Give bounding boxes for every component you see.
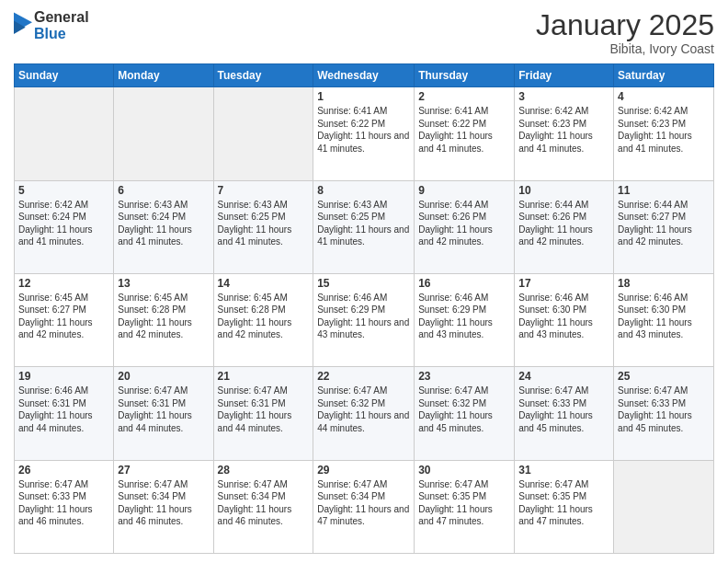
calendar-cell: 17Sunrise: 6:46 AM Sunset: 6:30 PM Dayli…: [515, 273, 614, 366]
logo-general-text: General: [34, 9, 89, 26]
calendar-cell: 6Sunrise: 6:43 AM Sunset: 6:24 PM Daylig…: [114, 180, 213, 273]
calendar-cell: 4Sunrise: 6:42 AM Sunset: 6:23 PM Daylig…: [614, 87, 714, 180]
day-info: Sunrise: 6:44 AM Sunset: 6:27 PM Dayligh…: [618, 199, 710, 248]
day-info: Sunrise: 6:46 AM Sunset: 6:30 PM Dayligh…: [518, 292, 609, 341]
calendar-week-row: 12Sunrise: 6:45 AM Sunset: 6:27 PM Dayli…: [15, 273, 714, 366]
day-number: 1: [317, 90, 410, 103]
day-info: Sunrise: 6:44 AM Sunset: 6:26 PM Dayligh…: [518, 199, 609, 248]
day-info: Sunrise: 6:41 AM Sunset: 6:22 PM Dayligh…: [418, 105, 510, 155]
weekday-header-thursday: Thursday: [415, 64, 515, 87]
calendar-cell: 22Sunrise: 6:47 AM Sunset: 6:32 PM Dayli…: [313, 367, 415, 460]
calendar-week-row: 5Sunrise: 6:42 AM Sunset: 6:24 PM Daylig…: [15, 180, 714, 273]
day-number: 19: [18, 370, 109, 383]
day-info: Sunrise: 6:44 AM Sunset: 6:26 PM Dayligh…: [418, 199, 510, 248]
day-number: 26: [18, 464, 109, 477]
day-number: 29: [317, 464, 410, 477]
calendar-cell: 7Sunrise: 6:43 AM Sunset: 6:25 PM Daylig…: [213, 180, 313, 273]
day-number: 16: [418, 277, 510, 290]
day-info: Sunrise: 6:47 AM Sunset: 6:33 PM Dayligh…: [518, 385, 609, 434]
day-number: 4: [618, 90, 710, 103]
logo-text: General Blue: [34, 9, 89, 41]
calendar-cell: 23Sunrise: 6:47 AM Sunset: 6:32 PM Dayli…: [415, 367, 515, 460]
calendar-header: SundayMondayTuesdayWednesdayThursdayFrid…: [15, 64, 714, 87]
day-info: Sunrise: 6:41 AM Sunset: 6:22 PM Dayligh…: [317, 105, 410, 155]
day-number: 11: [618, 184, 710, 197]
logo: General Blue: [14, 9, 89, 41]
calendar-cell: 29Sunrise: 6:47 AM Sunset: 6:34 PM Dayli…: [313, 460, 415, 553]
calendar-cell: 24Sunrise: 6:47 AM Sunset: 6:33 PM Dayli…: [515, 367, 614, 460]
day-info: Sunrise: 6:45 AM Sunset: 6:28 PM Dayligh…: [218, 292, 310, 341]
page: General Blue January 2025 Bibita, Ivory …: [0, 0, 728, 563]
day-info: Sunrise: 6:43 AM Sunset: 6:25 PM Dayligh…: [317, 199, 410, 248]
weekday-header-row: SundayMondayTuesdayWednesdayThursdayFrid…: [15, 64, 714, 87]
calendar-cell: 10Sunrise: 6:44 AM Sunset: 6:26 PM Dayli…: [515, 180, 614, 273]
logo-icon: [14, 12, 32, 40]
day-number: 18: [618, 277, 710, 290]
day-info: Sunrise: 6:47 AM Sunset: 6:34 PM Dayligh…: [317, 478, 410, 528]
calendar-cell: 5Sunrise: 6:42 AM Sunset: 6:24 PM Daylig…: [15, 180, 114, 273]
day-info: Sunrise: 6:47 AM Sunset: 6:31 PM Dayligh…: [118, 385, 209, 434]
day-number: 9: [418, 184, 510, 197]
day-info: Sunrise: 6:42 AM Sunset: 6:24 PM Dayligh…: [18, 199, 109, 248]
calendar-cell: 9Sunrise: 6:44 AM Sunset: 6:26 PM Daylig…: [415, 180, 515, 273]
day-number: 13: [118, 277, 209, 290]
calendar-cell: 18Sunrise: 6:46 AM Sunset: 6:30 PM Dayli…: [614, 273, 714, 366]
day-number: 31: [518, 464, 609, 477]
weekday-header-friday: Friday: [515, 64, 614, 87]
calendar-cell: 12Sunrise: 6:45 AM Sunset: 6:27 PM Dayli…: [15, 273, 114, 366]
day-number: 25: [618, 370, 710, 383]
title-block: January 2025 Bibita, Ivory Coast: [536, 9, 714, 56]
calendar-cell: [114, 87, 213, 180]
day-info: Sunrise: 6:47 AM Sunset: 6:35 PM Dayligh…: [518, 478, 609, 528]
day-number: 17: [518, 277, 609, 290]
day-info: Sunrise: 6:45 AM Sunset: 6:28 PM Dayligh…: [118, 292, 209, 341]
calendar-cell: 8Sunrise: 6:43 AM Sunset: 6:25 PM Daylig…: [313, 180, 415, 273]
calendar-cell: [213, 87, 313, 180]
day-info: Sunrise: 6:46 AM Sunset: 6:29 PM Dayligh…: [317, 292, 410, 341]
logo-blue-text: Blue: [34, 26, 89, 42]
calendar-cell: 28Sunrise: 6:47 AM Sunset: 6:34 PM Dayli…: [213, 460, 313, 553]
calendar-week-row: 19Sunrise: 6:46 AM Sunset: 6:31 PM Dayli…: [15, 367, 714, 460]
day-info: Sunrise: 6:47 AM Sunset: 6:32 PM Dayligh…: [418, 385, 510, 434]
calendar-cell: 16Sunrise: 6:46 AM Sunset: 6:29 PM Dayli…: [415, 273, 515, 366]
day-number: 2: [418, 90, 510, 103]
calendar-cell: 26Sunrise: 6:47 AM Sunset: 6:33 PM Dayli…: [15, 460, 114, 553]
weekday-header-tuesday: Tuesday: [213, 64, 313, 87]
day-info: Sunrise: 6:47 AM Sunset: 6:34 PM Dayligh…: [218, 478, 310, 528]
calendar-cell: 31Sunrise: 6:47 AM Sunset: 6:35 PM Dayli…: [515, 460, 614, 553]
calendar-cell: 3Sunrise: 6:42 AM Sunset: 6:23 PM Daylig…: [515, 87, 614, 180]
day-info: Sunrise: 6:46 AM Sunset: 6:31 PM Dayligh…: [18, 385, 109, 434]
day-info: Sunrise: 6:43 AM Sunset: 6:24 PM Dayligh…: [118, 199, 209, 248]
day-info: Sunrise: 6:46 AM Sunset: 6:29 PM Dayligh…: [418, 292, 510, 341]
calendar-cell: [614, 460, 714, 553]
calendar-cell: [15, 87, 114, 180]
day-info: Sunrise: 6:47 AM Sunset: 6:33 PM Dayligh…: [18, 478, 109, 528]
calendar-cell: 2Sunrise: 6:41 AM Sunset: 6:22 PM Daylig…: [415, 87, 515, 180]
location-subtitle: Bibita, Ivory Coast: [536, 41, 714, 56]
calendar-cell: 25Sunrise: 6:47 AM Sunset: 6:33 PM Dayli…: [614, 367, 714, 460]
weekday-header-wednesday: Wednesday: [313, 64, 415, 87]
day-number: 23: [418, 370, 510, 383]
weekday-header-monday: Monday: [114, 64, 213, 87]
weekday-header-saturday: Saturday: [614, 64, 714, 87]
day-number: 12: [18, 277, 109, 290]
day-number: 8: [317, 184, 410, 197]
weekday-header-sunday: Sunday: [15, 64, 114, 87]
day-number: 3: [518, 90, 609, 103]
calendar-cell: 15Sunrise: 6:46 AM Sunset: 6:29 PM Dayli…: [313, 273, 415, 366]
calendar-cell: 19Sunrise: 6:46 AM Sunset: 6:31 PM Dayli…: [15, 367, 114, 460]
day-number: 15: [317, 277, 410, 290]
day-number: 10: [518, 184, 609, 197]
calendar-week-row: 26Sunrise: 6:47 AM Sunset: 6:33 PM Dayli…: [15, 460, 714, 553]
month-title: January 2025: [536, 9, 714, 41]
calendar-cell: 11Sunrise: 6:44 AM Sunset: 6:27 PM Dayli…: [614, 180, 714, 273]
day-info: Sunrise: 6:42 AM Sunset: 6:23 PM Dayligh…: [518, 105, 609, 155]
header: General Blue January 2025 Bibita, Ivory …: [14, 9, 714, 56]
day-number: 27: [118, 464, 209, 477]
day-info: Sunrise: 6:47 AM Sunset: 6:31 PM Dayligh…: [218, 385, 310, 434]
calendar-body: 1Sunrise: 6:41 AM Sunset: 6:22 PM Daylig…: [15, 87, 714, 554]
calendar-cell: 21Sunrise: 6:47 AM Sunset: 6:31 PM Dayli…: [213, 367, 313, 460]
day-number: 14: [218, 277, 310, 290]
calendar-cell: 30Sunrise: 6:47 AM Sunset: 6:35 PM Dayli…: [415, 460, 515, 553]
day-info: Sunrise: 6:45 AM Sunset: 6:27 PM Dayligh…: [18, 292, 109, 341]
